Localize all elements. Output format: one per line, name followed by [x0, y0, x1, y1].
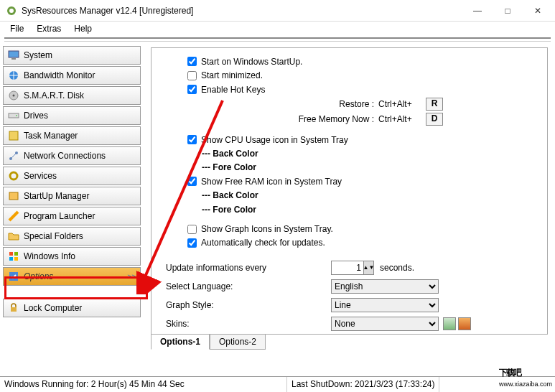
gear-icon — [8, 170, 19, 182]
sidebar-item-label: Windows Info — [24, 251, 75, 261]
drive-icon — [8, 110, 19, 121]
status-shutdown: Last ShutDown: 2021/3/23 (17:33:24) — [287, 377, 439, 392]
update-interval-value[interactable] — [332, 261, 363, 274]
sidebar-item-options[interactable]: Options>> — [3, 267, 141, 286]
select-language[interactable]: English — [331, 279, 439, 294]
app-icon — [6, 5, 17, 17]
hk-freemem-combo: Ctrl+Alt+ — [378, 114, 421, 124]
disk-icon — [8, 90, 19, 101]
svg-point-8 — [16, 115, 17, 116]
sidebar-item-label: Task Manager — [24, 131, 78, 141]
network-icon — [8, 150, 19, 162]
separator — [4, 37, 551, 42]
svg-point-1 — [9, 9, 14, 13]
label-hotkeys: Enable Hot Keys — [201, 85, 265, 95]
main-panel: Start on Windows StartUp. Start minimize… — [144, 43, 555, 366]
options-panel: Start on Windows StartUp. Start minimize… — [151, 47, 548, 335]
startup-icon — [8, 190, 19, 202]
svg-rect-15 — [14, 252, 18, 256]
maximize-button[interactable]: □ — [499, 6, 516, 16]
checkbox-auto-update[interactable] — [187, 238, 197, 248]
menu-file[interactable]: File — [6, 22, 28, 35]
close-button[interactable]: ✕ — [529, 6, 546, 16]
sidebar-item-bandwidth[interactable]: Bandwidth Monitor — [3, 66, 141, 85]
checkbox-minimized[interactable] — [187, 71, 197, 80]
svg-rect-17 — [14, 257, 18, 261]
update-interval-spinner[interactable]: ▲▼ — [331, 261, 374, 275]
sidebar-item-folders[interactable]: Special Folders — [3, 227, 141, 246]
status-running: Windows Running for: 2 Hour(s) 45 Min 44… — [0, 377, 287, 392]
sidebar-item-system[interactable]: System — [3, 46, 141, 65]
label-ram-forecolor[interactable]: --- Fore Color — [202, 203, 540, 215]
hk-freemem-key[interactable]: D — [426, 113, 443, 126]
sidebar-item-label: Drives — [24, 111, 48, 121]
spinner-arrows-icon[interactable]: ▲▼ — [363, 261, 373, 274]
svg-point-12 — [10, 172, 17, 179]
sidebar-item-label: Bandwidth Monitor — [24, 70, 95, 80]
sidebar-item-label: Services — [24, 171, 57, 181]
sidebar-item-launcher[interactable]: Program Launcher — [3, 207, 141, 225]
label-minimized: Start minimized. — [201, 70, 263, 80]
checkbox-graph-tray[interactable] — [187, 225, 197, 234]
select-graph-style[interactable]: Line — [331, 298, 439, 312]
skin-refresh-icon[interactable] — [443, 317, 456, 330]
sidebar-item-wininfo[interactable]: Windows Info — [3, 247, 141, 266]
menu-extras[interactable]: Extras — [32, 22, 65, 35]
status-bar: Windows Running for: 2 Hour(s) 45 Min 44… — [0, 376, 555, 392]
skin-browse-icon[interactable] — [458, 317, 471, 330]
globe-icon — [8, 70, 19, 81]
sidebar-item-lock[interactable]: Lock Computer — [3, 299, 141, 317]
label-graph-tray: Show Graph Icons in System Tray. — [201, 224, 333, 234]
sidebar-item-label: Options — [24, 271, 53, 281]
folder-icon — [8, 230, 19, 242]
launcher-icon — [8, 210, 19, 222]
monitor-icon — [8, 50, 19, 61]
sidebar-item-label: Lock Computer — [24, 303, 82, 313]
watermark-url: www.xiazaiba.com — [499, 381, 552, 388]
label-seconds: seconds. — [380, 263, 414, 273]
tab-options-1[interactable]: Options-1 — [151, 334, 210, 350]
sidebar-item-network[interactable]: Network Connections — [3, 146, 141, 165]
label-skins: Skins: — [166, 319, 331, 329]
label-cpu-backcolor[interactable]: --- Back Color — [202, 147, 540, 159]
sidebar-item-label: StartUp Manager — [24, 191, 89, 201]
checkbox-hotkeys[interactable] — [187, 85, 197, 94]
windows-icon — [8, 251, 19, 262]
svg-rect-9 — [9, 131, 18, 140]
label-ram-backcolor[interactable]: --- Back Color — [202, 190, 540, 202]
sidebar-item-startup[interactable]: StartUp Manager — [3, 187, 141, 205]
sidebar-item-services[interactable]: Services — [3, 167, 141, 185]
sidebar-item-label: Network Connections — [24, 151, 106, 161]
svg-rect-19 — [11, 307, 17, 312]
hk-restore-key[interactable]: R — [426, 98, 443, 111]
label-cpu-forecolor[interactable]: --- Fore Color — [202, 162, 540, 174]
sidebar-item-smart[interactable]: S.M.A.R.T. Disk — [3, 86, 141, 105]
checkbox-cpu-tray[interactable] — [187, 135, 197, 144]
sidebar-item-label: Program Launcher — [24, 211, 95, 221]
label-ram-tray: Show Free RAM icon in System Tray — [201, 177, 342, 187]
lock-icon — [8, 302, 19, 314]
checkbox-startup[interactable] — [187, 57, 197, 66]
label-hk-restore: Restore : — [274, 99, 374, 109]
svg-rect-2 — [9, 51, 19, 57]
sidebar-item-label: System — [24, 50, 52, 60]
menu-help[interactable]: Help — [70, 22, 96, 35]
sidebar: System Bandwidth Monitor S.M.A.R.T. Disk… — [0, 43, 144, 366]
sidebar-item-label: Special Folders — [24, 231, 83, 241]
select-skins[interactable]: None — [331, 317, 439, 331]
svg-rect-13 — [9, 192, 18, 200]
tab-options-2[interactable]: Options-2 — [210, 334, 266, 350]
sidebar-item-taskmgr[interactable]: Task Manager — [3, 126, 141, 145]
svg-point-6 — [13, 95, 15, 97]
options-icon — [8, 271, 19, 282]
minimize-button[interactable]: — — [469, 6, 486, 16]
svg-rect-14 — [9, 252, 13, 256]
sidebar-item-drives[interactable]: Drives — [3, 106, 141, 125]
svg-rect-16 — [9, 257, 13, 261]
label-auto-update: Automatically check for updates. — [201, 238, 325, 248]
sidebar-item-label: S.M.A.R.T. Disk — [24, 90, 84, 101]
svg-rect-3 — [11, 58, 16, 60]
label-language: Select Language: — [166, 281, 331, 291]
checkbox-ram-tray[interactable] — [187, 177, 197, 186]
chevron-right-icon: >> — [127, 273, 136, 281]
